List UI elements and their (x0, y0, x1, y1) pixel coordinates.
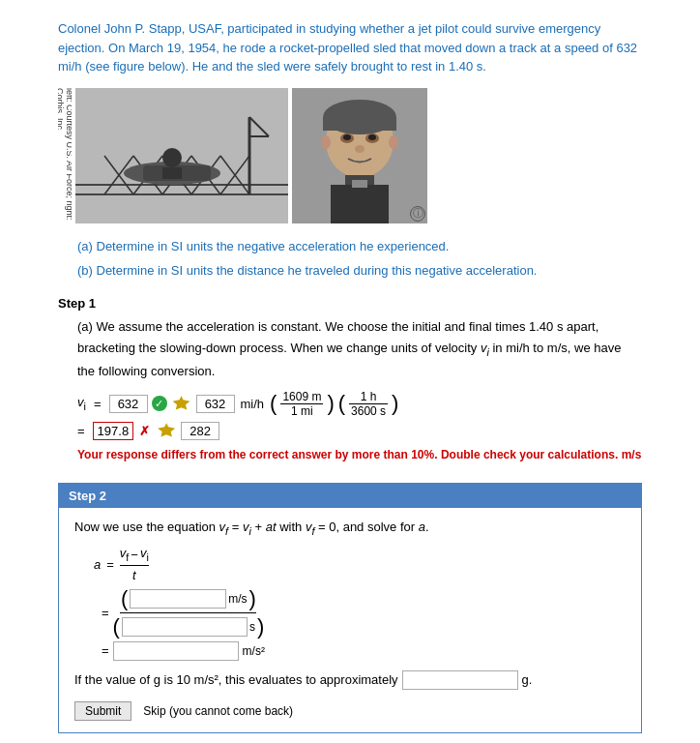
g-unit: g. (522, 672, 533, 687)
s-unit: s (249, 620, 255, 634)
result-input[interactable] (113, 641, 239, 661)
ms-unit-1: m/s (228, 592, 247, 606)
intro-paragraph: Colonel John P. Stapp, USAF, participate… (58, 19, 642, 76)
equals-5: = (102, 643, 109, 658)
info-icon[interactable]: ⓘ (410, 206, 425, 222)
image-portrait: ⓘ (292, 88, 427, 223)
svg-point-26 (343, 134, 351, 140)
fraction-1: 1609 m 1 mi (280, 390, 323, 418)
error-message: Your response differs from the correct a… (77, 448, 641, 461)
lightbulb-1 (173, 396, 190, 411)
buttons-row: Submit Skip (you cannot come back) (74, 701, 626, 721)
x-mark: ✗ (139, 424, 150, 438)
step2-description: Now we use the equation vf = vi + at wit… (74, 520, 626, 537)
svg-rect-16 (162, 167, 182, 179)
numerator-input[interactable] (130, 589, 226, 609)
vi-label2: vi (140, 546, 149, 563)
equals-1: = (94, 397, 102, 411)
value3-box: 197.8 (93, 422, 134, 440)
lightbulb-2 (158, 423, 175, 438)
svg-point-28 (355, 145, 365, 153)
svg-point-29 (321, 135, 331, 149)
step1-header: Step 1 (58, 296, 642, 311)
question-a: (a) Determine in SI units the negative a… (77, 237, 642, 256)
minus-sign: − (131, 548, 138, 562)
ms2-unit: m/s² (243, 644, 265, 658)
step1-text: (a) We assume the acceleration is consta… (77, 319, 621, 378)
svg-point-30 (389, 135, 398, 149)
portrait-svg (292, 88, 427, 223)
value4-box: 282 (181, 422, 219, 440)
checkmark-1: ✓ (152, 396, 167, 411)
paren-open-2: ( (338, 393, 345, 414)
page: Colonel John P. Stapp, USAF, participate… (0, 0, 700, 743)
equals-2: = (77, 424, 85, 438)
rocket-sled-svg (75, 88, 288, 223)
fraction-2: 1 h 3600 s (349, 390, 388, 418)
paren-close-4: ) (257, 616, 264, 638)
vi-label: vi (77, 395, 86, 412)
svg-rect-23 (323, 117, 396, 131)
step2-body: Now we use the equation vf = vi + at wit… (59, 508, 641, 732)
svg-rect-33 (352, 180, 367, 188)
step1-body: (a) We assume the acceleration is consta… (77, 316, 642, 382)
vf-label: vf (120, 546, 130, 563)
paren-close-3: ) (249, 588, 256, 609)
svg-point-15 (162, 148, 182, 167)
t-label: t (132, 568, 136, 582)
image-rocket-sled (75, 88, 288, 223)
paren-open-4: ( (113, 616, 120, 638)
svg-rect-32 (331, 185, 389, 223)
paren-open-3: ( (121, 588, 128, 609)
paren-close-2: ) (392, 393, 398, 414)
submit-button[interactable]: Submit (74, 701, 131, 721)
g-input[interactable] (402, 670, 518, 690)
step2-header: Step 2 (59, 484, 641, 508)
paren-close-1: ) (327, 393, 334, 414)
a-label: a (94, 557, 101, 572)
svg-point-27 (368, 134, 376, 140)
value2-box: 632 (196, 395, 235, 413)
images-container: left: Courtesy U.S. Air Force; right: Co… (58, 88, 642, 223)
svg-rect-0 (75, 88, 288, 223)
paren-open-1: ( (270, 393, 277, 414)
mi-h-label: mi/h (241, 397, 265, 411)
g-text: If the value of g is 10 m/s², this evalu… (74, 672, 398, 687)
question-b: (b) Determine in SI units the distance h… (77, 261, 642, 281)
step2-container: Step 2 Now we use the equation vf = vi +… (58, 483, 642, 733)
equals-3: = (106, 557, 114, 572)
image-caption-left: left: Courtesy U.S. Air Force; right: Co… (58, 88, 72, 223)
skip-link[interactable]: Skip (you cannot come back) (143, 704, 293, 718)
equals-4: = (102, 606, 109, 620)
value1-box: 632 (109, 395, 148, 413)
denominator-input[interactable] (122, 617, 248, 637)
